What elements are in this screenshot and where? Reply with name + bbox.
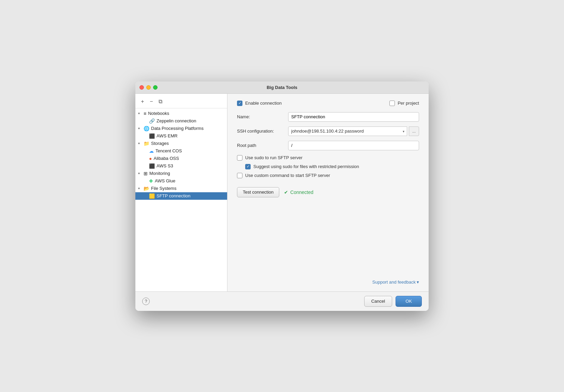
sidebar-item-tencent-cos[interactable]: ☁ Tencent COS bbox=[135, 147, 227, 155]
data-processing-label: Data Processing Platforms bbox=[151, 126, 204, 131]
alibaba-oss-label: Alibaba OSS bbox=[153, 156, 179, 161]
chevron-down-icon: ▾ bbox=[138, 111, 142, 115]
per-project-checkbox[interactable] bbox=[389, 101, 395, 106]
enable-connection-row: Enable connection bbox=[237, 101, 282, 106]
chevron-down-icon: ▾ bbox=[417, 280, 419, 285]
ssh-configuration-select[interactable]: johndoe@198.51.100.4:22 password bbox=[288, 126, 407, 136]
file-systems-label: File Systems bbox=[151, 186, 176, 191]
dialog-title: Big Data Tools bbox=[267, 85, 297, 90]
maximize-button[interactable] bbox=[153, 85, 158, 90]
sidebar-item-storages[interactable]: ▾ 📁 Storages bbox=[135, 140, 227, 147]
title-bar: Big Data Tools bbox=[135, 81, 429, 94]
sidebar-item-file-systems[interactable]: ▾ 📂 File Systems bbox=[135, 185, 227, 192]
window-controls bbox=[139, 85, 158, 90]
sidebar-item-notebooks[interactable]: ▾ ≡ Notebooks bbox=[135, 110, 227, 117]
data-processing-icon: 🌐 bbox=[144, 126, 149, 131]
suggest-sudo-checkbox[interactable] bbox=[245, 164, 251, 169]
enable-connection-checkbox[interactable] bbox=[237, 101, 242, 106]
custom-command-label: Use custom command to start SFTP server bbox=[245, 173, 330, 178]
notebooks-label: Notebooks bbox=[148, 111, 169, 116]
sidebar-item-monitoring[interactable]: ▾ ⊞ Monitoring bbox=[135, 170, 227, 177]
tencent-cos-label: Tencent COS bbox=[155, 148, 182, 153]
name-row: Name: bbox=[237, 112, 419, 122]
sidebar: + − ⧉ ▾ ≡ Notebooks 🔗 Zeppelin connectio… bbox=[135, 94, 227, 291]
support-feedback-link[interactable]: Support and feedback ▾ bbox=[372, 280, 419, 285]
top-row: Enable connection Per project bbox=[237, 101, 419, 106]
test-connection-button[interactable]: Test connection bbox=[237, 187, 279, 197]
sidebar-item-sftp-connection[interactable]: 🟨 SFTP connection bbox=[135, 192, 227, 200]
custom-command-checkbox[interactable] bbox=[237, 173, 242, 178]
spacer bbox=[237, 197, 419, 280]
aws-glue-icon: ✚ bbox=[149, 178, 153, 184]
sudo-sftp-checkbox[interactable] bbox=[237, 155, 242, 161]
sidebar-item-data-processing[interactable]: ▾ 🌐 Data Processing Platforms bbox=[135, 125, 227, 132]
tree: ▾ ≡ Notebooks 🔗 Zeppelin connection ▾ 🌐 … bbox=[135, 108, 227, 289]
minimize-button[interactable] bbox=[146, 85, 151, 90]
chevron-down-icon: ▾ bbox=[138, 126, 142, 130]
enable-connection-label: Enable connection bbox=[245, 101, 282, 106]
suggest-sudo-row: Suggest using sudo for files with restri… bbox=[237, 164, 419, 169]
sudo-sftp-label: Use sudo to run SFTP server bbox=[245, 155, 302, 160]
ssh-dots-button[interactable]: ... bbox=[409, 126, 419, 136]
storages-label: Storages bbox=[151, 141, 169, 146]
right-panel: Enable connection Per project Name: SSH … bbox=[227, 94, 429, 291]
sidebar-item-aws-glue[interactable]: ✚ AWS Glue bbox=[135, 177, 227, 185]
cancel-button[interactable]: Cancel bbox=[364, 296, 392, 307]
name-label: Name: bbox=[237, 114, 288, 119]
name-input[interactable] bbox=[288, 112, 419, 122]
chevron-down-icon: ▾ bbox=[138, 186, 142, 190]
root-path-label: Root path bbox=[237, 143, 288, 148]
sidebar-item-aws-emr[interactable]: ⬛ AWS EMR bbox=[135, 132, 227, 140]
connected-status: ✔ Connected bbox=[284, 190, 313, 195]
root-path-row: Root path bbox=[237, 141, 419, 150]
sudo-sftp-row: Use sudo to run SFTP server bbox=[237, 155, 419, 161]
sidebar-item-alibaba-oss[interactable]: ● Alibaba OSS bbox=[135, 155, 227, 162]
copy-button[interactable]: ⧉ bbox=[157, 98, 164, 105]
sftp-icon: 🟨 bbox=[149, 193, 155, 199]
aws-emr-label: AWS EMR bbox=[157, 133, 178, 138]
per-project-row: Per project bbox=[389, 101, 419, 106]
ssh-label: SSH configuration: bbox=[237, 129, 288, 134]
root-path-input[interactable] bbox=[288, 141, 419, 150]
aws-s3-label: AWS S3 bbox=[157, 163, 173, 168]
sidebar-item-zeppelin[interactable]: 🔗 Zeppelin connection bbox=[135, 117, 227, 125]
sftp-connection-label: SFTP connection bbox=[157, 193, 190, 198]
bottom-bar: ? Cancel OK bbox=[135, 291, 429, 311]
bottom-buttons: Cancel OK bbox=[364, 296, 422, 307]
aws-glue-label: AWS Glue bbox=[155, 178, 175, 183]
ssh-row: SSH configuration: johndoe@198.51.100.4:… bbox=[237, 126, 419, 136]
sidebar-toolbar: + − ⧉ bbox=[135, 96, 227, 108]
support-feedback-label: Support and feedback bbox=[372, 280, 416, 285]
zeppelin-icon: 🔗 bbox=[149, 118, 155, 124]
main-content: + − ⧉ ▾ ≡ Notebooks 🔗 Zeppelin connectio… bbox=[135, 94, 429, 291]
aws-emr-icon: ⬛ bbox=[149, 133, 155, 139]
checkmark-icon: ✔ bbox=[284, 190, 288, 195]
aws-s3-icon: ⬛ bbox=[149, 163, 155, 169]
help-button[interactable]: ? bbox=[142, 298, 150, 305]
monitoring-icon: ⊞ bbox=[144, 171, 148, 176]
storages-icon: 📁 bbox=[144, 141, 149, 146]
remove-button[interactable]: − bbox=[148, 98, 155, 105]
file-systems-icon: 📂 bbox=[144, 186, 149, 191]
custom-command-row: Use custom command to start SFTP server bbox=[237, 173, 419, 178]
chevron-down-icon: ▾ bbox=[138, 141, 142, 145]
monitoring-label: Monitoring bbox=[149, 171, 170, 176]
add-button[interactable]: + bbox=[139, 98, 146, 105]
chevron-down-icon: ▾ bbox=[138, 171, 142, 175]
ssh-select-wrap: johndoe@198.51.100.4:22 password ▾ bbox=[288, 126, 407, 136]
close-button[interactable] bbox=[139, 85, 144, 90]
zeppelin-label: Zeppelin connection bbox=[157, 118, 196, 123]
test-connection-row: Test connection ✔ Connected bbox=[237, 187, 419, 197]
alibaba-oss-icon: ● bbox=[149, 156, 152, 161]
big-data-tools-dialog: Big Data Tools + − ⧉ ▾ ≡ Notebooks 🔗 bbox=[135, 81, 429, 311]
connected-label: Connected bbox=[290, 190, 313, 195]
notebooks-icon: ≡ bbox=[144, 111, 146, 116]
suggest-sudo-label: Suggest using sudo for files with restri… bbox=[253, 164, 359, 169]
ok-button[interactable]: OK bbox=[396, 296, 422, 307]
sidebar-item-aws-s3[interactable]: ⬛ AWS S3 bbox=[135, 162, 227, 170]
per-project-label: Per project bbox=[398, 101, 419, 106]
tencent-cos-icon: ☁ bbox=[149, 148, 154, 154]
